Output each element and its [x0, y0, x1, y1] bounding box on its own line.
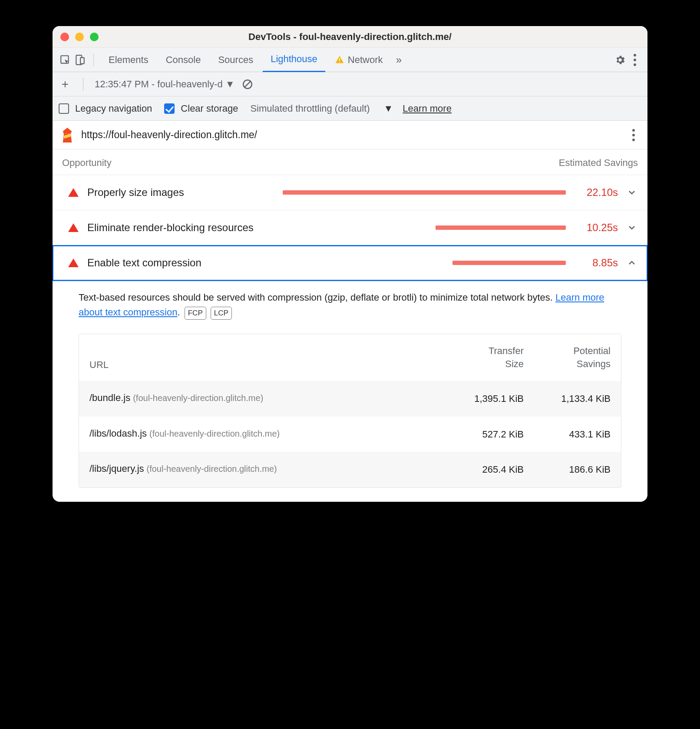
cell-transfer-size: 527.2 KiB [437, 428, 524, 441]
opportunity-description: Text-based resources should be served wi… [53, 281, 647, 328]
throttling-caret-icon[interactable]: ▼ [384, 103, 393, 114]
tabs-bar: Elements Console Sources Lighthouse Netw… [53, 48, 647, 72]
cell-potential-savings: 1,133.4 KiB [524, 392, 611, 405]
tab-console[interactable]: Console [158, 48, 209, 72]
svg-rect-0 [61, 56, 68, 63]
clear-storage-label: Clear storage [181, 103, 238, 114]
lighthouse-toolbar: + 12:35:47 PM - foul-heavenly-d ▼ [53, 72, 647, 96]
opportunities-header: Opportunity Estimated Savings [53, 149, 647, 175]
opportunity-label: Enable text compression [87, 257, 274, 269]
titlebar: DevTools - foul-heavenly-direction.glitc… [53, 26, 647, 48]
report-dropdown[interactable]: 12:35:47 PM - foul-heavenly-d ▼ [95, 79, 235, 90]
window-title: DevTools - foul-heavenly-direction.glitc… [53, 31, 647, 43]
legacy-checkbox[interactable] [59, 103, 69, 114]
learn-more-link[interactable]: Learn more [403, 103, 452, 114]
tab-lighthouse[interactable]: Lighthouse [263, 48, 325, 72]
device-icon[interactable] [73, 53, 86, 66]
opportunity-row[interactable]: Properly size images 22.10s [53, 175, 647, 210]
close-icon[interactable] [60, 33, 69, 41]
desc-dot: . [177, 307, 180, 318]
legacy-label: Legacy navigation [75, 103, 152, 114]
kebab-icon[interactable] [628, 53, 641, 66]
clear-storage-checkbox[interactable] [164, 103, 175, 114]
more-tabs-icon[interactable]: » [393, 53, 406, 66]
lcp-badge: LCP [211, 307, 232, 320]
chevron-down-icon[interactable] [627, 187, 638, 198]
report-menu-icon[interactable] [628, 129, 639, 141]
svg-line-6 [244, 81, 251, 87]
cell-transfer-size: 1,395.1 KiB [437, 392, 524, 405]
fail-triangle-icon [68, 258, 79, 267]
savings-bar [436, 225, 566, 230]
col-opportunity: Opportunity [62, 157, 112, 169]
tab-network[interactable]: Network [327, 48, 391, 72]
cell-url[interactable]: /libs/jquery.js(foul-heavenly-direction.… [89, 463, 437, 476]
fail-triangle-icon [68, 188, 79, 197]
cell-url[interactable]: /bundle.js(foul-heavenly-direction.glitc… [89, 392, 437, 405]
svg-rect-3 [339, 58, 340, 61]
col-url: URL [89, 359, 437, 371]
opportunity-row[interactable]: Eliminate render-blocking resources 10.2… [53, 210, 647, 245]
traffic-lights [60, 33, 99, 41]
svg-rect-4 [339, 61, 340, 62]
opportunity-row[interactable]: Enable text compression 8.85s [53, 245, 647, 281]
table-header: URL TransferSize PotentialSavings [79, 334, 621, 381]
cell-potential-savings: 186.6 KiB [524, 463, 611, 476]
table-row: /libs/lodash.js(foul-heavenly-direction.… [79, 417, 621, 452]
opportunity-label: Properly size images [87, 186, 274, 199]
desc-text: Text-based resources should be served wi… [79, 292, 555, 303]
divider [83, 78, 83, 91]
tab-sources[interactable]: Sources [210, 48, 261, 72]
minimize-icon[interactable] [75, 33, 84, 41]
zoom-icon[interactable] [90, 33, 99, 41]
cell-potential-savings: 433.1 KiB [524, 428, 611, 441]
gear-icon[interactable] [614, 53, 627, 66]
new-report-button[interactable]: + [59, 78, 72, 91]
opportunity-time: 10.25s [575, 222, 618, 234]
col-savings: Estimated Savings [559, 157, 638, 169]
divider [93, 53, 94, 66]
savings-bar [452, 261, 566, 265]
report-dropdown-label: 12:35:47 PM - foul-heavenly-d [95, 79, 223, 89]
audited-url: https://foul-heavenly-direction.glitch.m… [81, 129, 621, 141]
audited-url-row: https://foul-heavenly-direction.glitch.m… [53, 121, 647, 149]
inspect-icon[interactable] [59, 53, 72, 66]
settings-row: Legacy navigation Clear storage Simulate… [53, 96, 647, 121]
opportunity-label: Eliminate render-blocking resources [87, 222, 274, 234]
warning-icon [335, 55, 344, 65]
chevron-down-icon[interactable] [627, 222, 638, 233]
throttling-label: Simulated throttling (default) [250, 103, 370, 114]
opportunity-time: 22.10s [575, 186, 618, 199]
fcp-badge: FCP [185, 307, 206, 320]
opportunity-time: 8.85s [575, 257, 618, 269]
lighthouse-icon [61, 128, 73, 142]
chevron-up-icon[interactable] [627, 258, 638, 268]
cell-transfer-size: 265.4 KiB [437, 463, 524, 476]
clear-icon[interactable] [241, 78, 254, 91]
svg-rect-2 [80, 57, 84, 63]
devtools-window: DevTools - foul-heavenly-direction.glitc… [53, 26, 647, 502]
tab-network-label: Network [348, 54, 383, 66]
table-row: /bundle.js(foul-heavenly-direction.glitc… [79, 381, 621, 417]
col-transfer-size: TransferSize [437, 345, 524, 370]
cell-url[interactable]: /libs/lodash.js(foul-heavenly-direction.… [89, 428, 437, 441]
savings-bar [283, 190, 566, 195]
tab-elements[interactable]: Elements [101, 48, 156, 72]
col-potential-savings: PotentialSavings [524, 345, 611, 370]
resources-table: URL TransferSize PotentialSavings /bundl… [79, 334, 621, 487]
fail-triangle-icon [68, 223, 79, 232]
table-row: /libs/jquery.js(foul-heavenly-direction.… [79, 452, 621, 487]
